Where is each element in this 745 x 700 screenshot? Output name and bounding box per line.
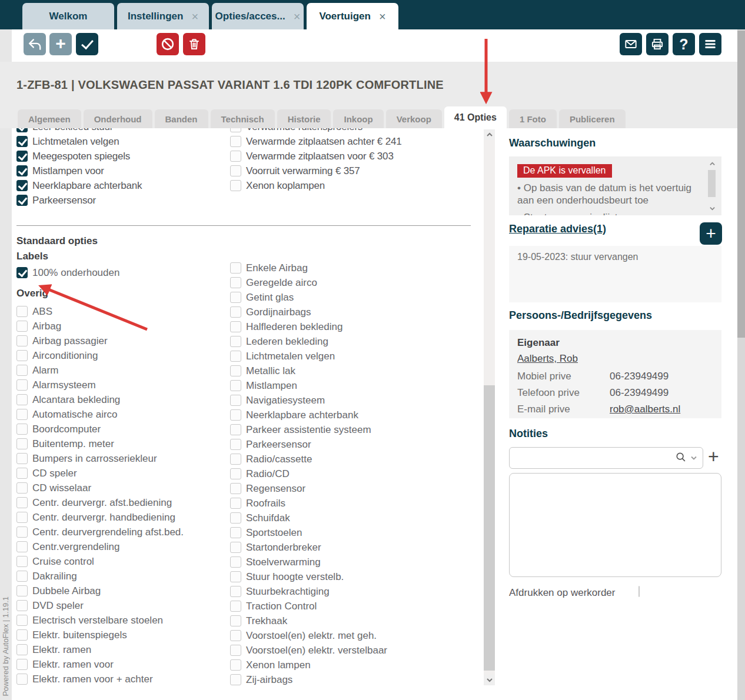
checkbox[interactable]	[230, 454, 241, 465]
option-checkbox-row[interactable]: CD speler	[16, 466, 184, 481]
checkbox[interactable]	[16, 409, 28, 420]
option-checkbox-row[interactable]: Voorstoel(en) elektr. met geh.	[230, 628, 387, 643]
close-icon[interactable]	[379, 11, 386, 22]
option-checkbox-row[interactable]: Zij-airbags	[230, 672, 387, 687]
option-checkbox-row[interactable]: ABS	[16, 304, 184, 319]
checkbox[interactable]	[230, 151, 241, 162]
scroll-up-icon[interactable]	[707, 159, 717, 168]
option-checkbox-row[interactable]: Enkele Airbag	[230, 261, 387, 275]
option-checkbox-row[interactable]: Xenon koplampen	[230, 178, 401, 193]
checkbox[interactable]	[230, 586, 241, 597]
browser-tab[interactable]: Welkom	[22, 3, 114, 29]
window-scrollbar[interactable]	[737, 29, 745, 700]
undo-button[interactable]	[24, 33, 46, 55]
option-checkbox-row[interactable]: 100% onderhouden	[16, 265, 119, 280]
checkbox[interactable]	[16, 615, 28, 626]
checkbox[interactable]	[16, 350, 28, 361]
checkbox[interactable]	[16, 321, 28, 332]
checkbox[interactable]	[16, 394, 28, 405]
option-checkbox-row[interactable]: Voorstoel(en) elektr. verstelbaar	[230, 643, 387, 658]
checkbox[interactable]	[16, 424, 28, 435]
option-checkbox-row[interactable]: Verwarmde zitplaatsen achter € 241	[230, 134, 401, 149]
option-checkbox-row[interactable]: Lichtmetalen velgen	[16, 134, 142, 149]
scroll-up-icon[interactable]	[484, 129, 495, 140]
print-button[interactable]	[646, 33, 668, 55]
browser-tab[interactable]: Voertuigen	[307, 3, 398, 29]
option-checkbox-row[interactable]: Geregelde airco	[230, 275, 387, 290]
close-icon[interactable]	[294, 11, 301, 22]
scroll-down-icon[interactable]	[707, 204, 717, 212]
checkbox[interactable]	[230, 439, 241, 450]
checkbox[interactable]	[230, 542, 241, 553]
close-icon[interactable]	[191, 11, 198, 22]
checkbox[interactable]	[230, 615, 241, 626]
option-checkbox-row[interactable]: Elektr. ramen	[16, 642, 184, 657]
option-checkbox-row[interactable]: Parkeer assistentie systeem	[230, 422, 387, 437]
checkbox[interactable]	[16, 151, 28, 162]
checkbox[interactable]	[16, 512, 28, 523]
checkbox[interactable]	[16, 438, 28, 449]
notes-textarea[interactable]	[509, 473, 721, 577]
option-checkbox-row[interactable]: DVD speler	[16, 598, 184, 613]
detail-tab[interactable]: Inkoop	[333, 109, 383, 128]
option-checkbox-row[interactable]: Centr.vergrendeling	[16, 539, 184, 554]
checkbox[interactable]	[16, 585, 28, 596]
option-checkbox-row[interactable]: Navigatiesysteem	[230, 393, 387, 408]
warnings-scrollbar[interactable]	[707, 159, 717, 212]
checkbox[interactable]	[230, 277, 241, 288]
confirm-button[interactable]	[76, 33, 98, 55]
detail-tab[interactable]: Algemeen	[18, 109, 81, 128]
option-checkbox-row[interactable]: Elektr. ramen voor	[16, 657, 184, 672]
checkbox[interactable]	[16, 180, 28, 191]
checkbox[interactable]	[16, 541, 28, 552]
checkbox[interactable]	[230, 395, 241, 406]
option-checkbox-row[interactable]: CD wisselaar	[16, 481, 184, 495]
option-checkbox-row[interactable]: Radio/CD	[230, 466, 387, 481]
checkbox[interactable]	[16, 644, 28, 655]
option-checkbox-row[interactable]: Buitentemp. meter	[16, 436, 184, 451]
option-checkbox-row[interactable]: Gordijnairbags	[230, 305, 387, 319]
option-checkbox-row[interactable]: Stoelverwarming	[230, 555, 387, 569]
detail-tab[interactable]: 1 Foto	[509, 109, 557, 128]
option-checkbox-row[interactable]: Startonderbreker	[230, 540, 387, 555]
detail-tab[interactable]: 41 Opties	[444, 106, 507, 128]
checkbox[interactable]	[230, 512, 241, 524]
scrollbar-thumb[interactable]	[484, 385, 495, 671]
checkbox[interactable]	[16, 195, 28, 206]
option-checkbox-row[interactable]: Parkeersensor	[16, 193, 142, 208]
option-checkbox-row[interactable]: Elektr. ramen voor + achter	[16, 672, 184, 686]
checkbox[interactable]	[16, 482, 28, 494]
detail-tab[interactable]: Publiceren	[559, 109, 626, 128]
option-checkbox-row[interactable]: Neerklapbare achterbank	[16, 178, 142, 193]
option-checkbox-row[interactable]: Elektr. buitenspiegels	[16, 628, 184, 642]
owner-name-link[interactable]: Aalberts, Rob	[517, 353, 578, 365]
checkbox[interactable]	[16, 379, 28, 391]
option-checkbox-row[interactable]: Boordcomputer	[16, 422, 184, 436]
option-checkbox-row[interactable]: Regensensor	[230, 481, 387, 496]
checkbox[interactable]	[230, 556, 241, 568]
checkbox[interactable]	[16, 497, 28, 508]
scrollbar-thumb[interactable]	[737, 31, 745, 338]
delete-button[interactable]	[183, 33, 205, 55]
mail-button[interactable]	[620, 33, 642, 55]
checkbox[interactable]	[230, 645, 241, 656]
option-checkbox-row[interactable]: Roofrails	[230, 496, 387, 511]
detail-tab[interactable]: Technisch	[211, 109, 275, 128]
repair-advice-link[interactable]: Reparatie advies(1)	[509, 223, 606, 235]
checkbox[interactable]	[230, 674, 241, 685]
checkbox[interactable]	[230, 483, 241, 494]
option-checkbox-row[interactable]: Stuurbekrachtiging	[230, 584, 387, 599]
option-checkbox-row[interactable]: Traction Control	[230, 599, 387, 614]
checkbox[interactable]	[230, 468, 241, 479]
browser-tab[interactable]: Instellingen	[117, 3, 209, 29]
option-checkbox-row[interactable]: Alcantara bekleding	[16, 392, 184, 407]
add-note-button[interactable]: +	[708, 446, 719, 468]
detail-tab[interactable]: Banden	[155, 109, 208, 128]
option-checkbox-row[interactable]: Dakrailing	[16, 569, 184, 584]
checkbox[interactable]	[230, 659, 241, 671]
option-checkbox-row[interactable]: Stuur hoogte verstelb.	[230, 569, 387, 584]
checkbox[interactable]	[230, 136, 241, 147]
checkbox[interactable]	[230, 424, 241, 435]
option-checkbox-row[interactable]: Bumpers in carrosseriekleur	[16, 451, 184, 466]
option-checkbox-row[interactable]: Verwarmde zitplaatsen voor € 303	[230, 149, 401, 164]
